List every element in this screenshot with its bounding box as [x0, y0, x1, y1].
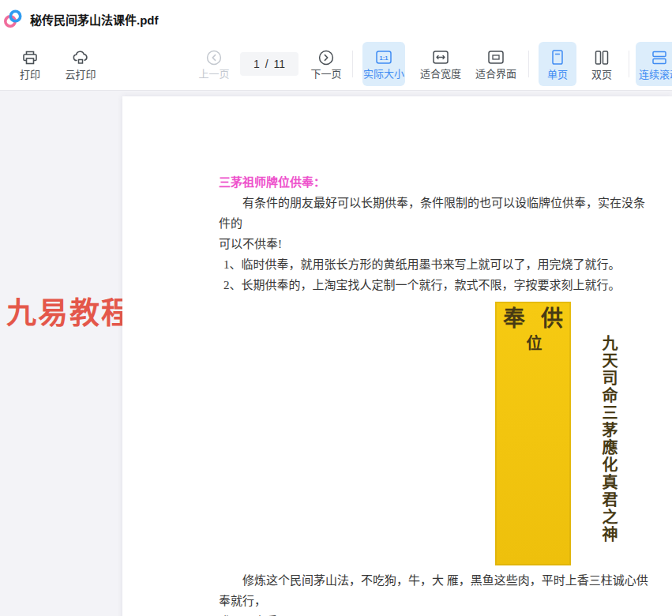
titlebar: 秘传民间茅山法课件.pdf [0, 0, 672, 38]
doc-list-item: 1、临时供奉，就用张长方形的黄纸用墨书来写上就可以了，用完烧了就行。 [219, 254, 655, 275]
tablet-header-left: 奉 [503, 306, 525, 332]
doc-paragraph: 修炼这个民间茅山法，不吃狗，牛，大 雁，黑鱼这些肉，平时上香三柱诚心供奉就行， [219, 570, 655, 611]
double-page-button[interactable]: 双页 [583, 42, 621, 86]
next-page-label: 下一页 [311, 69, 342, 80]
single-page-button[interactable]: 单页 [539, 42, 576, 86]
tablet-header-right: 供 [541, 306, 563, 332]
next-page-button[interactable]: 下一页 [308, 42, 344, 86]
spirit-tablet-image: 奉 供 九天司命三茅應化真君之神位 [495, 302, 571, 565]
fit-page-button[interactable]: 适合界面 [473, 42, 519, 86]
fit-page-icon [486, 49, 505, 66]
app-logo-icon [3, 9, 24, 29]
svg-text:1:1: 1:1 [380, 54, 389, 62]
fit-width-icon [431, 49, 450, 66]
current-page[interactable]: 1 [253, 58, 260, 70]
fit-width-label: 适合宽度 [420, 69, 461, 80]
single-page-label: 单页 [547, 69, 568, 81]
page-divider: / [265, 58, 268, 70]
fit-page-label: 适合界面 [475, 69, 516, 80]
prev-page-label: 上一页 [198, 69, 229, 80]
doc-paragraph: 可以不供奉! [219, 234, 655, 254]
page-number-input[interactable]: 1 / 11 [240, 52, 298, 76]
print-button[interactable]: 打印 [13, 42, 47, 86]
actual-size-button[interactable]: 1:1 实际大小 [362, 42, 405, 86]
fit-width-button[interactable]: 适合宽度 [418, 42, 464, 86]
total-pages: 11 [274, 58, 286, 70]
double-page-icon [592, 48, 611, 67]
actual-size-icon: 1:1 [374, 49, 393, 66]
actual-size-label: 实际大小 [363, 69, 404, 80]
next-circle-icon [317, 49, 335, 66]
pdf-page: 三茅祖师牌位供奉： 有条件的朋友最好可以长期供奉，条件限制的也可以设临牌位供奉，… [122, 96, 672, 616]
printer-icon [21, 48, 39, 67]
tablet-header: 奉 供 [495, 302, 571, 332]
toolbar: 打印 云打印 上一页 1 / 11 下一页 1:1 实际大小 [0, 38, 672, 91]
toolbar-separator [352, 51, 353, 77]
prev-circle-icon [205, 49, 223, 66]
print-label: 打印 [20, 69, 40, 81]
double-page-label: 双页 [591, 69, 612, 81]
document-title: 秘传民间茅山法课件.pdf [30, 11, 159, 28]
toolbar-separator [629, 51, 629, 77]
cloud-print-button[interactable]: 云打印 [58, 42, 103, 86]
cloud-print-icon [71, 48, 90, 67]
continuous-scroll-button[interactable]: 连续滚动 [636, 42, 672, 86]
viewer-content-area: 九易教程 三茅祖师牌位供奉： 有条件的朋友最好可以长期供奉，条件限制的也可以设临… [0, 91, 672, 616]
continuous-scroll-icon [650, 48, 669, 67]
doc-paragraph: 戊日不上香。 [219, 611, 655, 616]
cloud-print-label: 云打印 [65, 69, 96, 81]
continuous-scroll-label: 连续滚动 [639, 69, 672, 81]
prev-page-button[interactable]: 上一页 [194, 42, 234, 86]
toolbar-separator [528, 51, 529, 77]
doc-paragraph: 有条件的朋友最好可以长期供奉，条件限制的也可以设临牌位供奉，实在没条件的 [219, 193, 655, 234]
tablet-vertical-text: 九天司命三茅應化真君之神位 [495, 335, 647, 559]
watermark-text: 九易教程 [6, 288, 133, 332]
single-page-icon [549, 48, 566, 67]
doc-list-item: 2、长期供奉的，上淘宝找人定制一个就行，款式不限，字按要求刻上就行。 [219, 275, 655, 295]
doc-heading-1: 三茅祖师牌位供奉： [219, 172, 655, 193]
